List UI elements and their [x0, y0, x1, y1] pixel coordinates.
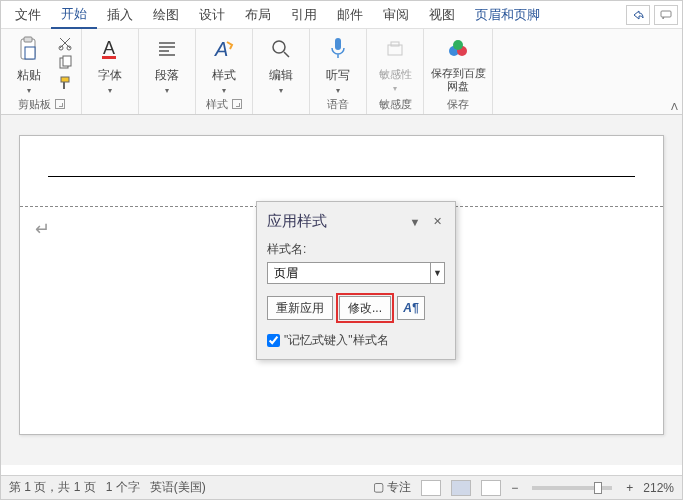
- group-voice: 听写▾ 语音: [310, 29, 367, 114]
- font-button[interactable]: A 字体▾: [88, 33, 132, 95]
- svg-point-18: [453, 40, 463, 50]
- clipboard-small: [55, 33, 75, 93]
- tab-file[interactable]: 文件: [5, 2, 51, 28]
- status-bar: 第 1 页，共 1 页 1 个字 英语(美国) ▢ 专注 − + 212%: [1, 475, 682, 499]
- style-name-label: 样式名:: [267, 241, 445, 258]
- pane-title: 应用样式: [267, 212, 401, 231]
- edit-button[interactable]: 编辑▾: [259, 33, 303, 95]
- tab-draw[interactable]: 绘图: [143, 2, 189, 28]
- sensitivity-icon: [379, 33, 411, 65]
- styles-launcher[interactable]: [232, 99, 242, 109]
- cloud-save-icon: [442, 33, 474, 65]
- zoom-out-icon[interactable]: −: [511, 481, 518, 495]
- modify-button[interactable]: 修改...: [339, 296, 391, 320]
- svg-rect-2: [24, 37, 32, 42]
- tab-view[interactable]: 视图: [419, 2, 465, 28]
- search-icon: [265, 33, 297, 65]
- svg-rect-8: [61, 77, 69, 82]
- voice-group-label: 语音: [327, 97, 349, 112]
- autocomplete-checkbox-input[interactable]: [267, 334, 280, 347]
- group-paragraph: 段落▾: [139, 29, 196, 114]
- font-icon: A: [94, 33, 126, 65]
- sensitivity-group-label: 敏感度: [379, 97, 412, 112]
- apply-styles-pane: 应用样式 ▼ ✕ 样式名: ▼ 重新应用 修改... A¶ "记忆式键入"样式名: [256, 201, 456, 360]
- pane-close-icon[interactable]: ✕: [429, 214, 445, 230]
- format-painter-icon[interactable]: [57, 75, 73, 91]
- focus-mode-button[interactable]: ▢ 专注: [373, 479, 411, 496]
- group-edit: 编辑▾: [253, 29, 310, 114]
- reapply-button[interactable]: 重新应用: [267, 296, 333, 320]
- style-name-input[interactable]: [267, 262, 431, 284]
- tab-references[interactable]: 引用: [281, 2, 327, 28]
- tab-layout[interactable]: 布局: [235, 2, 281, 28]
- cut-icon[interactable]: [57, 35, 73, 51]
- styles-icon: A: [208, 33, 240, 65]
- share-button[interactable]: [626, 5, 650, 25]
- dictate-button[interactable]: 听写▾: [316, 33, 360, 95]
- group-save: 保存到百度网盘 保存: [424, 29, 493, 114]
- paragraph-mark-icon: ↵: [35, 218, 50, 240]
- group-clipboard: 粘贴 ▾ 剪贴板: [1, 29, 82, 114]
- header-rule: [48, 176, 635, 177]
- status-language[interactable]: 英语(美国): [150, 479, 206, 496]
- paragraph-icon: [151, 33, 183, 65]
- style-name-dropdown-icon[interactable]: ▼: [431, 262, 445, 284]
- style-name-combo[interactable]: ▼: [267, 262, 445, 284]
- clipboard-icon: [13, 33, 45, 65]
- svg-rect-3: [25, 47, 35, 59]
- zoom-level[interactable]: 212%: [643, 481, 674, 495]
- comments-button[interactable]: [654, 5, 678, 25]
- svg-text:A: A: [103, 38, 115, 58]
- collapse-ribbon-icon[interactable]: ᐱ: [671, 101, 678, 112]
- view-web-button[interactable]: [481, 480, 501, 496]
- svg-rect-0: [661, 11, 671, 17]
- svg-rect-10: [102, 56, 116, 59]
- save-baidu-button[interactable]: 保存到百度网盘: [430, 33, 486, 93]
- paragraph-button[interactable]: 段落▾: [145, 33, 189, 95]
- zoom-slider[interactable]: [532, 486, 612, 490]
- svg-point-12: [273, 41, 285, 53]
- ribbon: 粘贴 ▾ 剪贴板 A 字体▾ 段落▾ A 样式▾ 样式: [1, 29, 682, 115]
- copy-icon[interactable]: [57, 55, 73, 71]
- svg-rect-7: [63, 56, 71, 66]
- styles-pane-icon-button[interactable]: A¶: [397, 296, 425, 320]
- tab-design[interactable]: 设计: [189, 2, 235, 28]
- clipboard-launcher[interactable]: [55, 99, 65, 109]
- view-print-button[interactable]: [451, 480, 471, 496]
- group-sensitivity: 敏感性▾ 敏感度: [367, 29, 424, 114]
- pane-options-icon[interactable]: ▼: [407, 214, 423, 230]
- tab-insert[interactable]: 插入: [97, 2, 143, 28]
- group-styles: A 样式▾ 样式: [196, 29, 253, 114]
- paste-button[interactable]: 粘贴 ▾: [7, 33, 51, 95]
- autocomplete-checkbox[interactable]: "记忆式键入"样式名: [267, 332, 445, 349]
- save-group-label: 保存: [447, 97, 469, 112]
- svg-text:A: A: [214, 38, 228, 60]
- tab-header-footer[interactable]: 页眉和页脚: [465, 2, 550, 28]
- clipboard-group-label: 剪贴板: [18, 97, 51, 112]
- tab-review[interactable]: 审阅: [373, 2, 419, 28]
- zoom-in-icon[interactable]: +: [626, 481, 633, 495]
- tab-bar: 文件 开始 插入 绘图 设计 布局 引用 邮件 审阅 视图 页眉和页脚: [1, 1, 682, 29]
- tab-home[interactable]: 开始: [51, 1, 97, 29]
- tab-mail[interactable]: 邮件: [327, 2, 373, 28]
- status-words[interactable]: 1 个字: [106, 479, 140, 496]
- sensitivity-button[interactable]: 敏感性▾: [373, 33, 417, 93]
- status-page[interactable]: 第 1 页，共 1 页: [9, 479, 96, 496]
- svg-rect-13: [335, 38, 341, 50]
- microphone-icon: [322, 33, 354, 65]
- styles-button[interactable]: A 样式▾: [202, 33, 246, 95]
- styles-group-label: 样式: [206, 97, 228, 112]
- group-font: A 字体▾: [82, 29, 139, 114]
- view-read-button[interactable]: [421, 480, 441, 496]
